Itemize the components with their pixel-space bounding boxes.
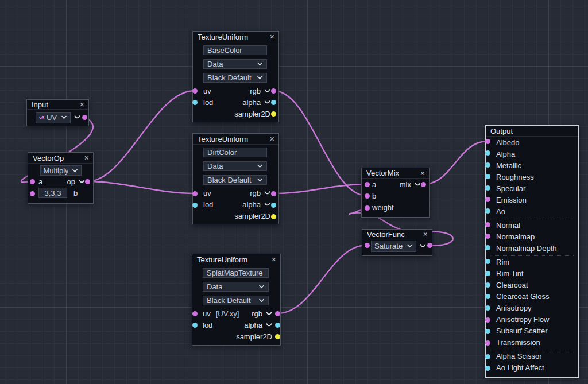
port-vectormix-b[interactable] xyxy=(365,193,370,199)
close-icon[interactable]: × xyxy=(272,257,276,262)
texu1-dropdown[interactable]: Data xyxy=(203,59,267,69)
vectorop-dropdown[interactable]: Multiply xyxy=(40,165,82,176)
port-output-anisotropy-flow[interactable] xyxy=(485,317,490,323)
port-texu1-rgb[interactable] xyxy=(271,88,276,94)
port-output-ao[interactable] xyxy=(485,208,490,214)
node-vectormix-titlebar[interactable]: VectorMix× xyxy=(362,168,429,179)
port-vectormix-weight[interactable] xyxy=(365,205,370,211)
vectorfunc-dropdown[interactable]: Saturate xyxy=(371,241,416,252)
port-output-normalmap[interactable] xyxy=(485,234,490,239)
node-vectorop[interactable]: VectorOp×Multiplyaop3,3,3b xyxy=(28,152,94,204)
node-texu3-titlebar[interactable]: TextureUniform× xyxy=(192,254,280,265)
input-dropdown[interactable]: v3UV xyxy=(36,112,71,123)
dropdown-value: Black Default xyxy=(207,73,252,82)
port-output-transmission[interactable] xyxy=(485,340,490,346)
port-expand-icon[interactable] xyxy=(420,243,426,249)
node-texu2[interactable]: TextureUniform×DirtColorDataBlack Defaul… xyxy=(192,133,279,224)
port-expand-icon[interactable] xyxy=(266,311,272,316)
port-output-clearcoat-gloss[interactable] xyxy=(485,294,490,299)
dropdown-value: Saturate xyxy=(374,242,403,250)
port-texu2-rgb[interactable] xyxy=(271,191,276,196)
node-output[interactable]: OutputAlbedoAlphaMetallicRoughnessSpecul… xyxy=(485,125,579,378)
node-input[interactable]: Input×v3UV xyxy=(26,99,89,126)
port-vectorfunc-in[interactable] xyxy=(365,243,370,248)
port-vectorfunc-out[interactable] xyxy=(427,243,432,248)
texu2-name-field[interactable]: DirtColor xyxy=(203,148,267,157)
node-vectorfunc-titlebar[interactable]: VectorFunc× xyxy=(362,230,432,239)
node-vectormix[interactable]: VectorMix×amixbweight xyxy=(361,168,430,218)
port-texu3-sampler2d[interactable] xyxy=(275,334,280,339)
port-output-normal[interactable] xyxy=(485,222,490,227)
node-texu1-titlebar[interactable]: TextureUniform× xyxy=(193,32,278,42)
texu3-name-field[interactable]: SplatMapTexture xyxy=(203,268,269,278)
port-vectorop-b[interactable] xyxy=(30,191,35,196)
port-output-anisotropy[interactable] xyxy=(485,305,490,311)
vectorop-value-field[interactable]: 3,3,3 xyxy=(38,188,67,198)
port-expand-icon[interactable] xyxy=(264,191,270,196)
port-texu3-uv[interactable] xyxy=(192,311,198,316)
port-output-albedo[interactable] xyxy=(485,139,490,144)
node-row: amix xyxy=(362,179,429,190)
texu2-dropdown[interactable]: Data xyxy=(203,161,267,171)
port-texu1-lod[interactable] xyxy=(192,100,198,105)
port-output-clearcoat[interactable] xyxy=(485,282,490,288)
port-expand-icon[interactable] xyxy=(264,88,270,94)
close-icon[interactable]: × xyxy=(84,155,89,161)
close-icon[interactable]: × xyxy=(270,136,274,142)
port-label: Anisotropy xyxy=(496,304,531,312)
node-vectorfunc[interactable]: VectorFunc×Saturate xyxy=(362,229,432,256)
port-label: Ao Light Affect xyxy=(496,363,544,372)
texu1-dropdown[interactable]: Black Default xyxy=(203,73,267,83)
port-output-subsurf-scatter[interactable] xyxy=(485,329,490,334)
node-texu2-titlebar[interactable]: TextureUniform× xyxy=(193,134,278,145)
port-output-rim-tint[interactable] xyxy=(485,271,490,276)
node-output-titlebar[interactable]: Output xyxy=(486,126,578,137)
close-icon[interactable]: × xyxy=(270,34,274,40)
port-texu3-rgb[interactable] xyxy=(275,311,280,316)
node-vectorop-titlebar[interactable]: VectorOp× xyxy=(28,153,93,164)
port-texu2-sampler2d[interactable] xyxy=(271,214,276,219)
port-vectorop-a[interactable] xyxy=(30,179,35,184)
port-label: mix xyxy=(400,180,411,189)
port-output-emission[interactable] xyxy=(485,197,490,202)
port-texu1-uv[interactable] xyxy=(192,88,198,94)
port-texu1-sampler2d[interactable] xyxy=(271,111,276,117)
port-texu3-alpha[interactable] xyxy=(275,323,280,328)
port-output-metallic[interactable] xyxy=(485,162,490,168)
port-input-out[interactable] xyxy=(82,115,87,120)
node-input-titlebar[interactable]: Input× xyxy=(27,100,88,110)
close-icon[interactable]: × xyxy=(420,170,425,176)
node-row: Black Default xyxy=(193,71,278,85)
close-icon[interactable]: × xyxy=(423,231,428,237)
port-output-alpha[interactable] xyxy=(485,150,490,156)
port-texu3-lod[interactable] xyxy=(192,323,198,328)
port-output-ao-light-affect[interactable] xyxy=(485,366,490,371)
port-texu2-lod[interactable] xyxy=(192,203,198,208)
texu1-name-field[interactable]: BaseColor xyxy=(203,45,267,55)
port-texu1-alpha[interactable] xyxy=(271,100,276,105)
texu3-dropdown[interactable]: Black Default xyxy=(203,296,269,305)
close-icon[interactable]: × xyxy=(80,102,84,107)
texu2-dropdown[interactable]: Black Default xyxy=(203,175,267,185)
node-body: BaseColorDataBlack Defaultuvrgblodalphas… xyxy=(193,42,278,119)
node-texu1[interactable]: TextureUniform×BaseColorDataBlack Defaul… xyxy=(192,31,279,122)
port-vectormix-out[interactable] xyxy=(421,182,426,187)
port-expand-icon[interactable] xyxy=(266,323,272,328)
port-texu2-alpha[interactable] xyxy=(271,203,276,208)
port-expand-icon[interactable] xyxy=(79,179,85,184)
texu3-dropdown[interactable]: Data xyxy=(203,282,269,292)
port-expand-icon[interactable] xyxy=(74,115,80,120)
port-expand-icon[interactable] xyxy=(264,202,270,207)
port-vectormix-a[interactable] xyxy=(365,182,370,187)
port-output-alpha-scissor[interactable] xyxy=(485,354,490,359)
port-output-normalmap-depth[interactable] xyxy=(485,245,490,250)
port-output-specular[interactable] xyxy=(485,185,490,191)
node-texu3[interactable]: TextureUniform×SplatMapTextureDataBlack … xyxy=(192,254,281,346)
graph-canvas[interactable]: Input×v3UVVectorOp×Multiplyaop3,3,3bText… xyxy=(0,0,588,384)
port-expand-icon[interactable] xyxy=(264,100,270,105)
port-texu2-uv[interactable] xyxy=(192,191,198,196)
port-expand-icon[interactable] xyxy=(415,182,421,187)
port-output-roughness[interactable] xyxy=(485,174,490,179)
port-output-rim[interactable] xyxy=(485,259,490,264)
port-vectorop-op-out[interactable] xyxy=(85,179,90,184)
